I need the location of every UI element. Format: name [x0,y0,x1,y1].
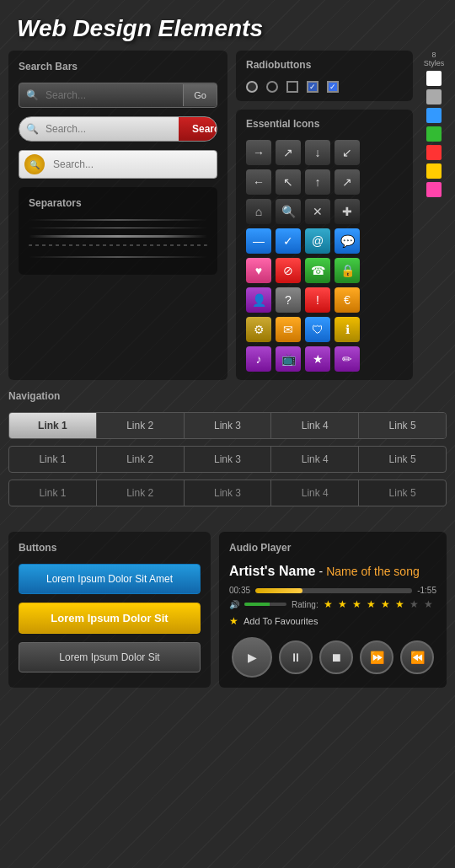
style-swatch[interactable] [426,89,442,104]
rewind-button[interactable]: ⏪ [400,640,434,674]
nav-tab-1-link5[interactable]: Link 5 [359,413,446,438]
radio-checkbox-checked[interactable]: ✓ [307,81,318,93]
nav-tab-1-link4[interactable]: Link 4 [271,413,359,438]
icon-btn-27[interactable]: ℹ [335,317,360,342]
icon-btn-8[interactable]: ⌂ [246,199,271,224]
icon-btn-3[interactable]: ↙ [335,140,360,165]
radio-circle-empty[interactable] [266,81,278,93]
star-5[interactable]: ★ [381,598,390,610]
icon-btn-7[interactable]: ↗ [335,169,360,195]
icon-btn-4[interactable]: ← [246,169,271,195]
fast-forward-button[interactable]: ⏩ [360,640,393,674]
radio-checkbox-blue[interactable]: ✓ [327,81,339,93]
nav-tab-2-link1[interactable]: Link 1 [9,447,97,472]
volume-icon: 🔊 [229,600,239,609]
icon-btn-10[interactable]: ✕ [305,199,330,224]
go-button[interactable]: Go [183,84,217,106]
icon-btn-11[interactable]: ✚ [335,199,360,224]
radio-square[interactable] [286,81,298,93]
icon-btn-16[interactable]: ♥ [246,258,271,283]
nav-bar-2: Link 1 Link 2 Link 3 Link 4 Link 5 [8,446,447,473]
gray-button[interactable]: Lorem Ipsum Dolor Sit [19,642,201,672]
nav-tab-3-link2[interactable]: Link 2 [97,480,185,506]
volume-fill [244,603,270,606]
stop-button[interactable]: ⏹ [319,640,353,674]
icon-btn-28[interactable]: ♪ [246,346,271,372]
style-swatch[interactable] [426,145,442,160]
nav-tab-2-link3[interactable]: Link 3 [185,447,272,472]
icon-btn-30[interactable]: ★ [305,346,330,372]
nav-tab-2-link2[interactable]: Link 2 [97,447,185,472]
icon-btn-9[interactable]: 🔍 [276,199,301,224]
star-8[interactable]: ★ [424,598,433,610]
icon-btn-17[interactable]: ⊘ [276,258,301,283]
volume-bar[interactable] [244,603,286,606]
icon-btn-6[interactable]: ↑ [305,169,330,195]
star-4[interactable]: ★ [367,598,376,610]
icon-btn-15[interactable]: 💬 [335,228,360,254]
icon-btn-0[interactable]: → [246,140,271,165]
search-input-3[interactable] [50,153,217,176]
star-2[interactable]: ★ [338,598,347,610]
icon-btn-13[interactable]: ✓ [276,228,301,254]
icon-btn-26[interactable]: 🛡 [305,317,330,342]
separators-panel: Separators [19,187,217,275]
search-bar-2: 🔍 Search [19,116,217,142]
icon-btn-1[interactable]: ↗ [276,140,301,165]
star-7[interactable]: ★ [410,598,419,610]
nav-tab-3-link4[interactable]: Link 4 [271,480,359,506]
search-bars-label: Search Bars [19,61,217,72]
yellow-button[interactable]: Lorem Ipsum Dolor Sit [19,603,201,634]
style-swatch[interactable] [426,163,442,179]
rating-label: Rating: [292,600,318,609]
icon-btn-22[interactable]: ! [305,287,330,313]
icon-btn-14[interactable]: @ [305,228,330,254]
star-3[interactable]: ★ [352,598,361,610]
favourites-row[interactable]: ★ Add To Favourites [229,615,436,627]
search-icon-2: 🔍 [19,123,39,135]
icon-btn-23[interactable]: € [335,287,360,313]
blue-button[interactable]: Lorem Ipsum Dolor Sit Amet [19,564,201,594]
nav-tab-1-link2[interactable]: Link 2 [97,413,185,438]
style-swatch[interactable] [426,126,442,142]
navigation-label: Navigation [8,390,447,402]
radio-circle-filled[interactable] [246,81,258,93]
nav-tab-1-link1[interactable]: Link 1 [9,413,97,438]
style-swatch[interactable] [426,108,442,123]
search-input-2[interactable] [39,117,179,141]
icon-btn-12[interactable]: — [246,228,271,254]
time-start: 00:35 [229,586,250,595]
nav-tab-1-link3[interactable]: Link 3 [185,413,272,438]
icon-btn-20[interactable]: 👤 [246,287,271,313]
artist-name: Artist's Name [229,564,316,579]
volume-row: 🔊 Rating: ★ ★ ★ ★ ★ ★ ★ ★ [229,598,436,610]
song-name: Name of the song [326,565,420,578]
star-6[interactable]: ★ [395,598,404,610]
icon-btn-29[interactable]: 📺 [276,346,301,372]
icon-btn-21[interactable]: ? [276,287,301,313]
icon-btn-2[interactable]: ↓ [305,140,330,165]
style-swatch[interactable] [426,71,442,86]
icon-btn-24[interactable]: ⚙ [246,317,271,342]
icon-btn-25[interactable]: ✉ [276,317,301,342]
buttons-panel: Buttons Lorem Ipsum Dolor Sit Amet Lorem… [8,532,211,688]
progress-bar[interactable] [255,588,412,593]
search-button[interactable]: Search [179,117,217,141]
nav-tab-2-link4[interactable]: Link 4 [271,447,359,472]
nav-tab-3-link5[interactable]: Link 5 [359,480,446,506]
separator-4 [29,244,207,246]
nav-tab-3-link1[interactable]: Link 1 [9,480,97,506]
icon-btn-5[interactable]: ↖ [276,169,301,195]
pause-button[interactable]: ⏸ [279,640,313,674]
search-input-1[interactable] [39,83,183,107]
style-swatch[interactable] [426,182,442,197]
page-title: Web Design Elements [0,0,455,51]
nav-tab-3-link3[interactable]: Link 3 [185,480,272,506]
icon-btn-18[interactable]: ☎ [305,258,330,283]
nav-tab-2-link5[interactable]: Link 5 [359,447,446,472]
icon-btn-19[interactable]: 🔒 [335,258,360,283]
play-button[interactable]: ▶ [232,637,272,678]
icon-btn-31[interactable]: ✏ [335,346,360,372]
time-end: -1:55 [417,586,436,595]
star-1[interactable]: ★ [324,598,333,610]
